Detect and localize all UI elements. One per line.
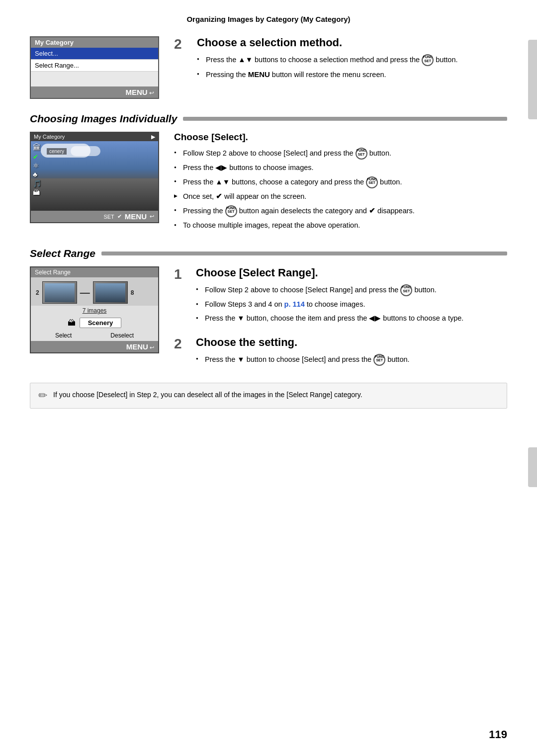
choose-select-content: Choose [Select]. Follow Step 2 above to … [174, 132, 507, 234]
sr-s1-b3: Press the ▼ button, choose the item and … [196, 313, 463, 324]
sr-step2-bullets: Press the ▼ button to choose [Select] an… [196, 354, 410, 366]
sr-thumb-right [93, 281, 128, 304]
cs-bullet2: Press the ◀▶ buttons to choose images. [174, 163, 507, 173]
header-text: Organizing Images by Category (My Catego… [186, 15, 350, 23]
sr-s1-b2: Follow Steps 3 and 4 on p. 114 to choose… [196, 299, 463, 310]
section3-title: Select Range [30, 248, 95, 259]
sr-num-right: 8 [131, 289, 134, 296]
sr-dash: — [80, 287, 90, 298]
choose-select-title: Choose [Select]. [174, 132, 507, 143]
note-text: If you choose [Deselect] in Step 2, you … [53, 389, 362, 402]
photo-screen-icon: ▶ [151, 134, 155, 140]
func-set-btn2: FUNCSET [356, 148, 367, 160]
choose-select-bullets: Follow Step 2 above to choose [Select] a… [174, 148, 507, 231]
photo-screen: My Category ▶ 🏛 ✔ ⚛ ♣ 🎵 🏔 [30, 132, 159, 223]
sr-s2-b1: Press the ▼ button to choose [Select] an… [196, 354, 410, 366]
section2-row: My Category ▶ 🏛 ✔ ⚛ ♣ 🎵 🏔 [30, 132, 507, 234]
sr-btn-select: Select [55, 332, 72, 339]
return-arrow: ↩ [150, 213, 154, 220]
section3-row: Select Range 2 — 8 7 images 🏔 Scenery Se… [30, 266, 507, 369]
step1-row: My Category Select... Select Range... ME… [30, 36, 507, 99]
func-set-btn4: FUNCSET [225, 205, 237, 217]
sr-images-row: 2 — 8 [31, 277, 158, 306]
sr-step2-row: 2 Choose the setting. Press the ▼ button… [174, 336, 507, 369]
section3-line [101, 252, 507, 255]
sr-menu-text: MENU [126, 342, 148, 351]
cs-bullet6: To choose multiple images, repeat the ab… [174, 220, 507, 231]
step1-content: 2 Choose a selection method. Press the ▲… [174, 36, 458, 84]
sr-cat-icon: 🏔 [68, 319, 76, 328]
section3-steps: 1 Choose [Select Range]. Follow Step 2 a… [174, 266, 507, 369]
section2-line [183, 117, 507, 121]
sr-buttons-row: Select Deselect [31, 330, 158, 341]
cat-overlay: 🏛 ✔ ⚛ ♣ 🎵 🏔 [33, 143, 41, 196]
photo-screen-footer: SET ✔ MENU ↩ [31, 211, 158, 222]
cs-bullet5: Pressing the FUNCSET button again desele… [174, 205, 507, 217]
section2-header: Choosing Images Individually [30, 113, 507, 125]
sr-step2-num: 2 [174, 336, 189, 369]
step1-title: Choose a selection method. [197, 36, 458, 49]
sr-step1-bullets: Follow Step 2 above to choose [Select Ra… [196, 284, 463, 324]
step1-num: 2 [174, 36, 189, 52]
section2-title: Choosing Images Individually [30, 113, 177, 125]
photo-screen-label: My Category [34, 134, 65, 140]
check-label: ✔ [117, 213, 122, 220]
page-header: Organizing Images by Category (My Catego… [30, 15, 507, 26]
sr-num-left: 2 [36, 289, 39, 296]
sr-title: Select Range [31, 267, 158, 277]
func-set-btn5: FUNCSET [400, 284, 412, 296]
sr-screen: Select Range 2 — 8 7 images 🏔 Scenery Se… [30, 266, 159, 353]
sr-thumb-left [42, 281, 77, 304]
cloud-shape2 [71, 146, 100, 156]
note-box: ✏ If you choose [Deselect] in Step 2, yo… [30, 383, 507, 409]
step1-bullets: Press the ▲▼ buttons to choose a selecti… [197, 54, 458, 81]
sr-btn-deselect: Deselect [110, 332, 134, 339]
func-set-btn3: FUNCSET [366, 176, 378, 188]
sr-s1-b1: Follow Step 2 above to choose [Select Ra… [196, 284, 463, 296]
page-link: p. 114 [284, 300, 305, 308]
menu-label: MENU [125, 212, 147, 221]
sr-step2-title: Choose the setting. [196, 336, 410, 349]
cs-bullet1: Follow Step 2 above to choose [Select] a… [174, 148, 507, 160]
page-container: Organizing Images by Category (My Catego… [0, 0, 537, 756]
step1-text: Choose a selection method. Press the ▲▼ … [197, 36, 458, 84]
func-set-btn1: FUNCSET [422, 54, 434, 66]
photo-screen-top: My Category ▶ [31, 133, 158, 141]
sr-step1-num: 1 [174, 266, 189, 327]
cat-icon3: ♣ [33, 170, 41, 178]
sr-cat-label: Scenery [80, 318, 122, 328]
menu-screen-title: My Category [31, 37, 158, 48]
sr-step1-row: 1 Choose [Select Range]. Follow Step 2 a… [174, 266, 507, 327]
step1-bullet1: Press the ▲▼ buttons to choose a selecti… [197, 54, 458, 66]
menu-item-select: Select... [31, 48, 158, 60]
sr-step1-content: Choose [Select Range]. Follow Step 2 abo… [196, 266, 463, 327]
sr-cat-row: 🏔 Scenery [31, 316, 158, 330]
cat-icon4: 🎵 [33, 179, 41, 187]
note-icon: ✏ [38, 389, 47, 402]
city-silhouette [31, 178, 158, 211]
menu-screen: My Category Select... Select Range... ME… [30, 36, 159, 99]
menu-item-select-range: Select Range... [31, 60, 158, 72]
menu-screen-footer: MENU ↩ [31, 86, 158, 98]
photo-area: 🏛 ✔ ⚛ ♣ 🎵 🏔 cenery [31, 141, 158, 211]
sr-step2-content: Choose the setting. Press the ▼ button t… [196, 336, 410, 369]
sr-footer: MENU ↩ [31, 341, 158, 352]
cs-bullet3: Press the ▲▼ buttons, choose a category … [174, 176, 507, 188]
set-label: SET [103, 214, 114, 220]
cat-icon5: 🏔 [33, 188, 41, 196]
func-set-btn6: FUNCSET [373, 354, 385, 366]
section3-header: Select Range [30, 248, 507, 259]
cat-icon1: 🏛 [33, 143, 41, 152]
cat-icon2: ⚛ [33, 162, 41, 169]
cs-bullet4: Once set, ✔ will appear on the screen. [174, 191, 507, 202]
page-number: 119 [489, 728, 507, 741]
sr-step1-title: Choose [Select Range]. [196, 266, 463, 279]
check-mark: ✔ [33, 153, 41, 161]
step1-bullet2: Pressing the MENU button will restore th… [197, 69, 458, 81]
cenery-label: cenery [47, 148, 67, 155]
sr-count: 7 images [31, 306, 158, 316]
